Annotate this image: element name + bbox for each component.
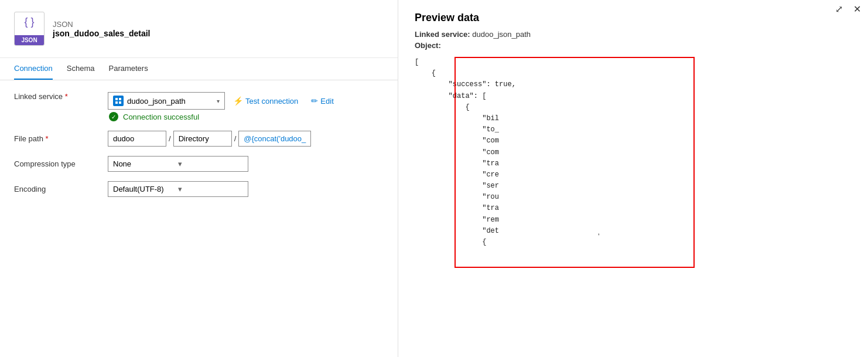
linked-service-top: dudoo_json_path ▾ ⚡ Test connection ✏ Ed… <box>108 92 339 110</box>
encoding-chevron-icon: ▾ <box>178 185 243 193</box>
linked-service-field: dudoo_json_path ▾ ⚡ Test connection ✏ Ed… <box>108 92 384 121</box>
comma-separator: , <box>597 227 600 236</box>
svg-rect-3 <box>119 101 121 104</box>
preview-code: [ { "success": true, "data": [ { "bil "t… <box>415 57 852 248</box>
preview-title: Preview data <box>415 12 852 24</box>
linked-service-row: Linked service * dudoo_json_path ▾ ⚡ <box>14 92 384 121</box>
dataset-header: { } JSON JSON json_dudoo_sales_detail <box>0 0 398 58</box>
right-panel: Preview data Linked service: dudoo_json_… <box>398 0 868 357</box>
compression-type-select[interactable]: None ▾ <box>108 156 248 172</box>
json-badge: JSON <box>15 35 44 45</box>
compression-chevron-icon: ▾ <box>178 159 243 168</box>
connection-success-row: ✓ Connection successful <box>108 112 199 121</box>
success-check-icon: ✓ <box>109 112 118 121</box>
connection-success-label: Connection successful <box>123 113 199 121</box>
svg-rect-2 <box>115 101 118 104</box>
dataset-icon: { } JSON <box>14 12 45 46</box>
file-path-sep-1: / <box>166 134 173 143</box>
preview-linked-service-label: Linked service: <box>415 30 470 39</box>
tab-schema[interactable]: Schema <box>67 58 95 80</box>
preview-code-area: [ { "success": true, "data": [ { "bil "t… <box>415 57 852 248</box>
connection-section: dudoo_json_path ▾ ⚡ Test connection ✏ Ed… <box>108 92 339 121</box>
left-panel: { } JSON JSON json_dudoo_sales_detail Co… <box>0 0 398 357</box>
tab-parameters[interactable]: Parameters <box>108 58 148 80</box>
linked-service-select[interactable]: dudoo_json_path ▾ <box>108 92 225 110</box>
dataset-name: json_dudoo_sales_detail <box>53 29 151 38</box>
expand-button[interactable]: ⤢ <box>833 2 845 16</box>
svg-rect-0 <box>115 98 118 100</box>
compression-type-field: None ▾ <box>108 156 384 172</box>
compression-type-row: Compression type None ▾ <box>14 156 384 172</box>
preview-linked-service: Linked service: dudoo_json_path <box>415 30 852 39</box>
encoding-label: Encoding <box>14 185 108 193</box>
preview-linked-service-value: dudoo_json_path <box>472 30 531 39</box>
file-path-row: File path * / / @{concat('dudoo_ <box>14 131 384 147</box>
test-connection-button[interactable]: ⚡ Test connection <box>228 93 303 108</box>
encoding-field: Default(UTF-8) ▾ <box>108 181 384 197</box>
pencil-icon: ✏ <box>311 96 318 106</box>
tab-connection[interactable]: Connection <box>14 58 53 80</box>
file-path-input-2[interactable] <box>173 131 232 147</box>
file-path-field: / / @{concat('dudoo_ <box>108 131 384 147</box>
chevron-down-icon: ▾ <box>217 98 220 104</box>
svg-rect-1 <box>119 98 121 100</box>
dataset-info: JSON json_dudoo_sales_detail <box>53 20 151 38</box>
linked-service-label: Linked service * <box>14 92 108 101</box>
encoding-select[interactable]: Default(UTF-8) ▾ <box>108 181 248 197</box>
file-path-label: File path * <box>14 134 108 143</box>
tabs-bar: Connection Schema Parameters <box>0 58 398 80</box>
close-button[interactable]: ✕ <box>851 2 863 16</box>
encoding-value: Default(UTF-8) <box>113 185 178 193</box>
edit-button[interactable]: ✏ Edit <box>306 93 338 108</box>
encoding-row: Encoding Default(UTF-8) ▾ <box>14 181 384 197</box>
linked-service-select-icon <box>113 96 124 106</box>
file-path-sep-2: / <box>232 134 239 143</box>
form-content: Linked service * dudoo_json_path ▾ ⚡ <box>0 80 398 357</box>
compression-type-label: Compression type <box>14 159 108 168</box>
lightning-icon: ⚡ <box>233 96 243 106</box>
linked-service-value: dudoo_json_path <box>127 97 212 106</box>
file-path-input-1[interactable] <box>108 131 166 147</box>
dataset-type-label: JSON <box>53 20 151 29</box>
window-controls: ⤢ ✕ <box>833 2 863 16</box>
compression-type-value: None <box>113 159 178 168</box>
preview-object-label: Object: <box>415 41 852 50</box>
file-path-expression[interactable]: @{concat('dudoo_ <box>238 131 311 147</box>
edit-label: Edit <box>320 97 333 106</box>
curly-braces-icon: { } <box>24 16 34 28</box>
test-connection-label: Test connection <box>245 97 298 106</box>
